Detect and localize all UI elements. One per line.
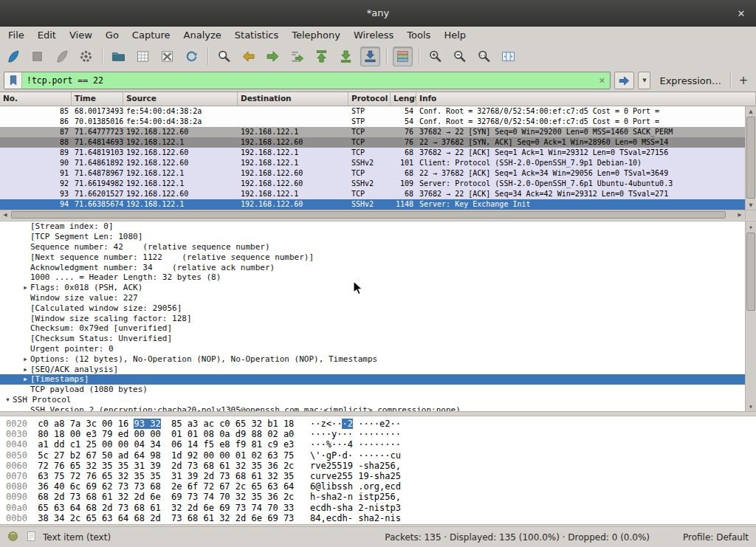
ascii-char[interactable]: s xyxy=(363,492,368,502)
ascii-char[interactable]: · xyxy=(321,429,326,439)
ascii-char[interactable]: · xyxy=(369,450,374,461)
menu-item-edit[interactable]: Edit xyxy=(31,28,63,42)
ascii-char[interactable]: , xyxy=(396,492,401,502)
hex-byte[interactable]: 61 xyxy=(219,461,230,471)
expand-arrow-icon[interactable]: ▶ xyxy=(21,284,30,291)
menu-item-view[interactable]: View xyxy=(63,28,99,42)
column-header-source[interactable]: Source xyxy=(123,92,238,106)
ascii-char[interactable]: l xyxy=(321,481,326,492)
hex-byte[interactable]: 61 xyxy=(150,503,160,513)
details-vscroll-thumb[interactable] xyxy=(746,233,755,311)
ascii-char[interactable]: · xyxy=(374,429,379,439)
ascii-char[interactable]: 9 xyxy=(363,471,368,481)
ascii-char[interactable]: r xyxy=(369,481,374,492)
ascii-char[interactable]: , xyxy=(396,461,401,471)
hex-byte[interactable]: 06 xyxy=(171,439,182,450)
hex-byte[interactable]: 14 xyxy=(188,439,198,450)
menu-item-telephony[interactable]: Telephony xyxy=(285,28,347,42)
hex-byte[interactable]: b2 xyxy=(70,450,80,461)
ascii-char[interactable]: · xyxy=(391,439,396,450)
open-file-button[interactable] xyxy=(109,47,128,66)
hex-row[interactable]: 0070 63 75 72 76 65 32 35 35 31 39 2d 73… xyxy=(6,471,756,481)
go-back-button[interactable] xyxy=(238,47,258,66)
packet-row[interactable]: 9371.662015274192.168.122.60192.168.122.… xyxy=(0,189,745,199)
hex-byte[interactable]: 98 xyxy=(150,450,160,461)
hex-byte[interactable]: 2d xyxy=(171,461,182,471)
ascii-char[interactable]: ' xyxy=(315,450,320,461)
ascii-char[interactable]: - xyxy=(348,513,353,523)
menu-item-tools[interactable]: Tools xyxy=(400,28,437,42)
hex-byte[interactable]: f5 xyxy=(203,439,213,450)
ascii-char[interactable]: a xyxy=(374,461,379,471)
hex-byte[interactable]: 93 xyxy=(134,419,144,429)
hex-byte[interactable]: 73 xyxy=(171,513,182,523)
hex-byte[interactable]: 76 xyxy=(86,471,96,481)
hex-byte[interactable]: e3 xyxy=(86,429,96,439)
hex-row[interactable]: 0050 5c 27 b2 67 50 ad 64 98 1d 92 00 00… xyxy=(6,450,756,461)
ascii-char[interactable]: i xyxy=(391,513,396,523)
hex-byte[interactable]: 6c xyxy=(70,481,80,492)
detail-line[interactable]: Window size value: 227 xyxy=(0,293,745,303)
ascii-char[interactable]: 2 xyxy=(374,513,379,523)
hex-byte[interactable]: 69 xyxy=(86,481,96,492)
hex-byte[interactable]: 32 xyxy=(252,419,262,429)
ascii-char[interactable]: v xyxy=(315,461,320,471)
scroll-up-button[interactable]: ▲ xyxy=(746,221,756,231)
menu-item-capture[interactable]: Capture xyxy=(126,28,177,42)
hex-byte[interactable]: 35 xyxy=(284,471,294,481)
hex-byte[interactable]: 73 xyxy=(219,471,230,481)
hex-byte[interactable]: 81 xyxy=(252,439,262,450)
hex-byte[interactable]: 2d xyxy=(134,492,144,502)
hex-byte[interactable]: d9 xyxy=(236,429,246,439)
hex-byte[interactable]: 64 xyxy=(134,450,144,461)
hex-byte[interactable]: 35 xyxy=(252,461,262,471)
hex-byte[interactable]: 63 xyxy=(54,503,64,513)
packet-row[interactable]: 8771.647777234192.168.122.60192.168.122.… xyxy=(0,127,745,137)
menu-item-analyze[interactable]: Analyze xyxy=(177,28,228,42)
ascii-char[interactable]: 2 xyxy=(348,419,353,429)
hex-byte[interactable]: 85 xyxy=(171,419,182,429)
hex-byte[interactable]: 36 xyxy=(38,481,48,492)
ascii-char[interactable]: · xyxy=(369,419,374,429)
hex-byte[interactable]: c1 xyxy=(70,439,80,450)
hex-byte[interactable]: 00 xyxy=(118,439,128,450)
ascii-char[interactable]: 2 xyxy=(326,461,331,471)
expand-arrow-icon[interactable]: ▶ xyxy=(21,356,30,362)
detail-line[interactable]: [Window size scaling factor: 128] xyxy=(0,313,745,323)
hex-byte[interactable]: a8 xyxy=(54,419,64,429)
hex-byte[interactable]: dd xyxy=(54,439,64,450)
hex-byte[interactable]: 61 xyxy=(102,492,112,502)
ascii-char[interactable]: 2 xyxy=(385,419,390,429)
ascii-char[interactable]: e xyxy=(385,481,390,492)
packet-row[interactable]: 9071.648618924192.168.122.60192.168.122.… xyxy=(0,158,745,168)
ascii-char[interactable]: · xyxy=(391,429,396,439)
ascii-char[interactable]: · xyxy=(369,429,374,439)
hex-byte[interactable]: 68 xyxy=(236,471,246,481)
resize-columns-button[interactable] xyxy=(498,47,518,66)
ascii-char[interactable]: · xyxy=(342,429,347,439)
ascii-char[interactable]: · xyxy=(385,429,390,439)
packet-row[interactable]: 8871.648146932192.168.122.1192.168.122.6… xyxy=(0,137,745,148)
detail-line[interactable]: ▶Flags: 0x018 (PSH, ACK) xyxy=(0,283,745,293)
ascii-char[interactable]: · xyxy=(396,429,401,439)
hex-byte[interactable]: 73 xyxy=(236,503,246,513)
ascii-char[interactable]: · xyxy=(315,419,320,429)
hex-byte[interactable]: 35 xyxy=(150,471,160,481)
hex-byte[interactable]: 50 xyxy=(102,450,112,461)
hex-byte[interactable]: 68 xyxy=(86,492,96,502)
expand-arrow-icon[interactable]: ▶ xyxy=(21,376,30,382)
ascii-char[interactable]: n xyxy=(348,492,353,502)
go-to-packet-button[interactable] xyxy=(287,47,307,66)
ascii-char[interactable]: 9 xyxy=(348,461,353,471)
hex-byte[interactable]: 39 xyxy=(188,471,198,481)
hex-byte[interactable]: 00 xyxy=(219,450,230,461)
go-forward-button[interactable] xyxy=(263,47,283,66)
hex-byte[interactable]: ed xyxy=(118,429,128,439)
hex-byte[interactable]: 01 xyxy=(188,429,198,439)
detail-line[interactable]: Urgent pointer: 0 xyxy=(0,344,745,354)
stop-capture-button[interactable] xyxy=(27,47,47,66)
hex-byte[interactable]: 32 xyxy=(171,503,182,513)
ascii-char[interactable]: · xyxy=(374,450,379,461)
start-capture-button[interactable] xyxy=(3,47,23,66)
ascii-char[interactable]: h xyxy=(348,481,353,492)
